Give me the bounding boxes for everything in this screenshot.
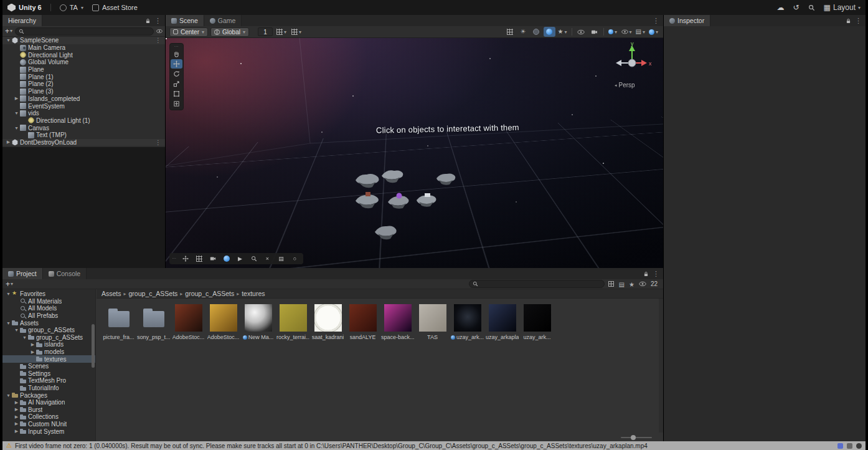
project-tree-item[interactable]: ▶ islands	[2, 341, 95, 348]
draw-mode-button[interactable]	[504, 27, 516, 37]
asset-tile[interactable]: picture_fra...	[101, 302, 136, 340]
transform-tool-button[interactable]	[171, 99, 182, 108]
hierarchy-item[interactable]: Plane ⋮	[2, 66, 165, 74]
grid-size-field[interactable]: 1	[258, 27, 273, 36]
slider-knob[interactable]	[631, 435, 636, 440]
cloud-button[interactable]: ☁	[777, 3, 785, 12]
expand-arrow-icon[interactable]: ▼	[13, 328, 20, 332]
expand-arrow-icon[interactable]: ▶	[13, 421, 20, 426]
expand-arrow-icon[interactable]: ▶	[13, 400, 20, 405]
hierarchy-search-input[interactable]	[27, 28, 150, 35]
layers-dropdown[interactable]: ▤▾	[634, 27, 646, 37]
overlay-dropdown-1[interactable]: ▾	[607, 27, 619, 37]
account-menu[interactable]: TA ▾	[60, 4, 83, 11]
effects-dropdown[interactable]: ★▾	[557, 27, 568, 37]
expand-arrow-icon[interactable]: ▶	[29, 350, 36, 355]
breadcrumb-item[interactable]: group_c_ASSets ▸	[129, 290, 183, 297]
expand-arrow-icon[interactable]: ▶	[29, 342, 36, 347]
hierarchy-item[interactable]: ▼ Canvas ⋮	[2, 124, 165, 132]
tree-scrollbar[interactable]	[92, 324, 95, 368]
asset-tile[interactable]: rocky_terrai...	[276, 302, 310, 340]
layers-overlay-button[interactable]: ▤	[275, 254, 287, 264]
panel-menu-icon[interactable]: ⋮	[855, 17, 862, 25]
project-tree-item[interactable]: ▼ group_c_ASSets	[2, 334, 95, 342]
asset-tile[interactable]: saat_kadrani	[311, 302, 345, 340]
lock-icon[interactable]	[846, 18, 851, 24]
hierarchy-item[interactable]: EventSystem ⋮	[2, 102, 165, 110]
tab-inspector[interactable]: Inspector	[664, 15, 710, 26]
asset-tile[interactable]: AdobeStoc...	[206, 302, 240, 340]
asset-store-button[interactable]: Asset Store	[92, 4, 138, 11]
asset-tile[interactable]: uzay_arkaplai...	[485, 302, 519, 340]
project-tree-item[interactable]: ▶ AI Navigation	[2, 399, 95, 406]
hierarchy-item[interactable]: Global Volume ⋮	[2, 59, 165, 66]
project-tree-item[interactable]: ▼ Packages	[2, 391, 95, 399]
hidden-packages-button[interactable]	[639, 281, 646, 287]
project-tree-item[interactable]: TextMesh Pro	[2, 377, 95, 385]
hierarchy-item[interactable]: Directional Light ⋮	[2, 51, 165, 59]
project-search[interactable]	[469, 280, 605, 288]
save-search-button[interactable]: ★	[629, 279, 634, 289]
asset-tile[interactable]: AdobeStoc...	[171, 302, 205, 340]
breadcrumb-item[interactable]: Assets ▸	[101, 290, 126, 297]
drag-handle-icon[interactable]: ⋯	[174, 45, 179, 49]
search-by-type-button[interactable]	[608, 279, 614, 289]
project-tab[interactable]: Project	[2, 268, 43, 279]
project-tree-item[interactable]: ▶ Input System	[2, 428, 95, 435]
project-tree-item[interactable]: ▼ Favorites	[2, 290, 95, 298]
hierarchy-item[interactable]: Text (TMP) ⋮	[2, 132, 165, 139]
close-overlay-button[interactable]: ×	[262, 254, 273, 264]
hierarchy-item[interactable]: ▶ Islands_completed ⋮	[2, 95, 165, 103]
expand-arrow-icon[interactable]: ▶	[13, 96, 20, 101]
thumbnail-size-slider[interactable]	[621, 437, 652, 438]
projection-mode[interactable]: ◂ Persp	[615, 82, 635, 89]
scene-viewport[interactable]: Click on objects to interetact with them…	[166, 38, 663, 268]
asset-tile[interactable]: uzay_ark...	[450, 302, 484, 340]
project-tree-item[interactable]: Scenes	[2, 363, 95, 370]
asset-tile[interactable]: New Ma...	[241, 302, 275, 340]
status-bar[interactable]: ⚠ First video frame not zero: 1 (0.04000…	[2, 441, 866, 450]
create-object-button[interactable]: +▾	[5, 27, 12, 35]
undo-history-button[interactable]: ↺	[793, 3, 800, 12]
tab-hierarchy[interactable]: Hierarchy	[2, 15, 42, 26]
breadcrumb-item[interactable]: textures ▸	[242, 290, 265, 297]
project-tree-item[interactable]: ▶ Collections	[2, 413, 95, 421]
project-search-input[interactable]	[481, 280, 601, 287]
breadcrumb-item[interactable]: group_c_ASSets ▸	[185, 290, 239, 297]
collab-status-icon[interactable]	[837, 443, 843, 449]
tool-handle-position-button[interactable]: Center ▾	[169, 27, 208, 37]
panel-menu-icon[interactable]: ⋮	[653, 270, 659, 278]
project-tree-item[interactable]: ▶ Burst	[2, 406, 95, 414]
hierarchy-item[interactable]: ▼ vids ⋮	[2, 110, 165, 117]
overlay-dropdown-2[interactable]: ▾	[620, 27, 633, 37]
hierarchy-search[interactable]	[15, 27, 154, 36]
lock-icon[interactable]	[643, 271, 649, 277]
scene-visibility-icon[interactable]	[156, 28, 163, 34]
orientation-gizmo[interactable]: y x ◂ Persp	[610, 41, 654, 94]
asset-tile[interactable]: space-back...	[380, 302, 415, 340]
move-tool-button[interactable]	[171, 59, 182, 69]
expand-arrow-icon[interactable]: ▶	[13, 429, 20, 434]
project-tab[interactable]: Console	[43, 268, 87, 279]
rotate-tool-button[interactable]	[171, 69, 182, 79]
grid-scrollbar[interactable]	[659, 299, 663, 433]
create-asset-button[interactable]: +▾	[6, 280, 13, 288]
row-menu-icon[interactable]: ⋮	[155, 37, 165, 44]
expand-arrow-icon[interactable]: ▼	[5, 38, 12, 42]
lock-icon[interactable]	[145, 18, 151, 24]
project-tree-item[interactable]: All Models	[2, 305, 95, 312]
tool-handle-rotation-button[interactable]: Global ▾	[210, 27, 249, 37]
project-tree-item[interactable]: ▶ models	[2, 348, 95, 356]
asset-tile[interactable]: uzay_ark...	[520, 302, 554, 340]
layout-dropdown[interactable]: ▦ Layout ▾	[824, 3, 861, 12]
project-tree-item[interactable]: Settings	[2, 370, 95, 378]
scene-effects-toggle[interactable]	[544, 27, 555, 37]
expand-arrow-icon[interactable]: ▼	[13, 111, 20, 115]
project-tree-item[interactable]: TutorialInfo	[2, 385, 95, 392]
grid-overlay-button[interactable]	[193, 254, 205, 264]
project-tree-item[interactable]: ▼ Assets	[2, 319, 95, 327]
drag-handle-icon[interactable]: ⋯	[172, 256, 177, 261]
hierarchy-item[interactable]: Main Camera ⋮	[2, 44, 165, 52]
expand-arrow-icon[interactable]: ▶	[13, 407, 20, 412]
camera-overlay-button[interactable]	[207, 254, 219, 264]
